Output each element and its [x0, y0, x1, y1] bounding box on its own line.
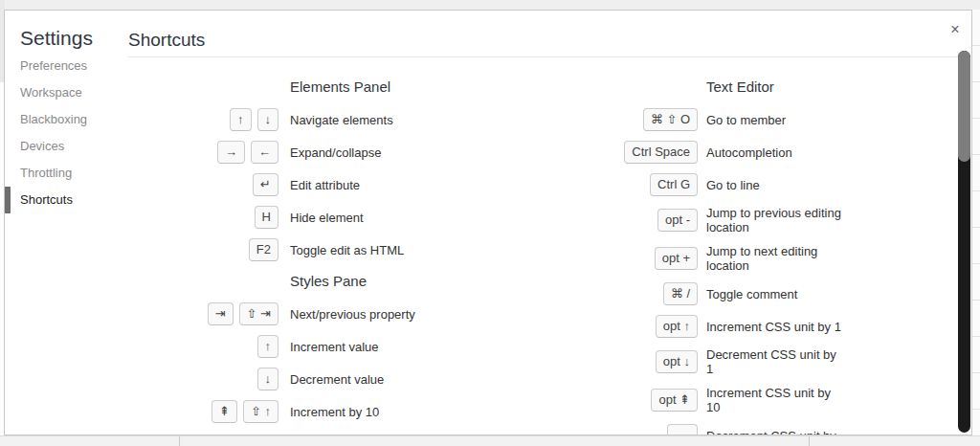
sidebar-item-label: Preferences	[20, 58, 87, 73]
page-background-rows	[971, 10, 980, 435]
section-title: Text Editor	[706, 78, 841, 97]
shortcut-row: ⌘ /Toggle comment	[578, 282, 841, 305]
shortcut-description: Go to member	[706, 113, 786, 127]
selected-indicator	[5, 187, 11, 213]
shortcut-key: ↵	[253, 173, 278, 196]
sidebar-item-label: Throttling	[20, 166, 72, 180]
shortcut-key: opt ↑	[656, 315, 698, 338]
sidebar-item-label: Blackboxing	[20, 112, 87, 126]
sidebar-item-label: Shortcuts	[20, 192, 73, 207]
shortcut-description: Increment CSS unit by 10	[706, 386, 831, 414]
shortcut-key: ⇧ ⇥	[239, 302, 278, 325]
shortcut-description: Toggle comment	[706, 287, 797, 301]
key-group: Ctrl Space	[578, 141, 698, 164]
shortcut-description: Decrement CSS unit by	[706, 429, 836, 436]
section-text-editor: Text Editor⌘ ⇧ OGo to memberCtrl SpaceAu…	[578, 78, 841, 435]
shortcut-description: Decrement value	[290, 372, 384, 387]
section-elements-panel: Elements Panel↑↓Navigate elements→←Expan…	[128, 78, 578, 261]
key-group: ⌘ /	[578, 282, 698, 305]
sidebar-item-blackboxing[interactable]: Blackboxing	[20, 106, 128, 133]
settings-dialog: × Settings PreferencesWorkspaceBlackboxi…	[4, 10, 972, 435]
sidebar-item-label: Workspace	[20, 85, 82, 100]
shortcuts-content: Shortcuts Elements Panel↑↓Navigate eleme…	[128, 11, 971, 435]
shortcut-key: ↓	[257, 108, 279, 131]
shortcut-key: ←	[251, 141, 278, 164]
key-group: →←	[128, 141, 278, 164]
shortcut-description: Jump to next editing location	[706, 244, 817, 273]
key-group: opt ⇞	[578, 389, 698, 412]
key-group: opt +	[578, 247, 698, 270]
key-group: F2	[128, 238, 278, 261]
background-divider	[809, 436, 810, 446]
shortcut-row: ↵Edit attribute	[128, 173, 578, 196]
shortcut-row: ↑Increment value	[128, 335, 578, 358]
shortcut-description: Hide element	[290, 211, 364, 225]
shortcut-key: F2	[249, 238, 278, 261]
sidebar-item-label: Devices	[20, 139, 64, 153]
shortcut-row: opt ↓Decrement CSS unit by 1	[578, 347, 841, 376]
key-group: opt -	[578, 209, 698, 232]
shortcut-row: ↑↓Navigate elements	[128, 108, 578, 131]
shortcut-description: Increment value	[290, 340, 379, 354]
shortcut-key: ⌘ ⇧ O	[643, 108, 698, 131]
page-background-top	[0, 0, 980, 10]
shortcut-key: opt -	[657, 209, 698, 232]
sidebar-item-throttling[interactable]: Throttling	[20, 160, 128, 187]
shortcut-columns: Elements Panel↑↓Navigate elements→←Expan…	[128, 57, 971, 435]
close-icon[interactable]: ×	[947, 21, 964, 38]
key-group: ⌘ ⇧ O	[578, 108, 698, 131]
shortcut-key: ↓	[257, 368, 279, 390]
key-group: ↓	[128, 368, 278, 390]
shortcut-row: opt -Jump to previous editing location	[578, 206, 841, 234]
key-group: ⇞⇧ ↑	[128, 400, 278, 423]
sidebar-item-preferences[interactable]: Preferences	[20, 53, 128, 79]
shortcut-key: Ctrl Space	[624, 141, 698, 164]
shortcut-description: Decrement CSS unit by 1	[706, 347, 836, 376]
shortcut-row: Decrement CSS unit by	[578, 424, 841, 435]
shortcut-row: →←Expand/collapse	[128, 141, 578, 164]
shortcut-description: Increment by 10	[290, 405, 379, 419]
key-group: ↑	[128, 335, 278, 358]
section-styles-pane: Styles Pane⇥⇧ ⇥Next/previous property↑In…	[128, 272, 578, 423]
shortcut-description: Increment CSS unit by 1	[706, 320, 841, 334]
shortcut-description: Next/previous property	[290, 307, 415, 322]
key-group: opt ↓	[578, 350, 698, 373]
shortcut-key: H	[255, 206, 278, 229]
shortcut-key: →	[217, 141, 245, 164]
shortcut-row: opt ↑Increment CSS unit by 1	[578, 315, 841, 338]
shortcut-key: ↑	[257, 335, 279, 358]
key-group: ↵	[128, 173, 278, 196]
shortcut-key	[667, 424, 698, 435]
shortcut-row: ⇥⇧ ⇥Next/previous property	[128, 302, 578, 325]
sidebar-item-shortcuts[interactable]: Shortcuts	[20, 187, 128, 213]
key-group: opt ↑	[578, 315, 698, 338]
key-group: ↑↓	[128, 108, 278, 131]
shortcut-key: opt ↓	[656, 350, 698, 373]
shortcut-description: Go to line	[706, 178, 760, 192]
shortcut-key: opt ⇞	[651, 389, 698, 412]
section-title: Elements Panel	[290, 78, 578, 97]
shortcut-row: Ctrl SpaceAutocompletion	[578, 141, 841, 164]
scrollbar-thumb[interactable]	[958, 51, 970, 162]
shortcut-row: ⇞⇧ ↑Increment by 10	[128, 400, 578, 423]
shortcut-description: Navigate elements	[290, 113, 393, 127]
shortcut-key: ⇞	[212, 400, 237, 423]
shortcut-key: ↑	[230, 108, 252, 131]
shortcut-key: ⇥	[208, 302, 234, 325]
shortcut-description: Toggle edit as HTML	[290, 243, 404, 257]
shortcut-key: ⇧ ↑	[243, 400, 278, 423]
shortcut-key: Ctrl G	[650, 173, 698, 196]
shortcut-description: Expand/collapse	[290, 145, 381, 160]
page-title: Shortcuts	[128, 30, 971, 51]
key-group: Ctrl G	[578, 173, 698, 196]
sidebar-item-devices[interactable]: Devices	[20, 133, 128, 160]
shortcut-row: opt +Jump to next editing location	[578, 244, 841, 273]
shortcut-key: opt +	[655, 247, 698, 270]
background-divider	[179, 436, 180, 446]
shortcut-description: Edit attribute	[290, 178, 360, 192]
shortcut-row: Ctrl GGo to line	[578, 173, 841, 196]
shortcut-row: opt ⇞Increment CSS unit by 10	[578, 386, 841, 414]
sidebar-item-workspace[interactable]: Workspace	[20, 79, 128, 106]
key-group: H	[128, 206, 278, 229]
settings-title: Settings	[20, 26, 128, 51]
